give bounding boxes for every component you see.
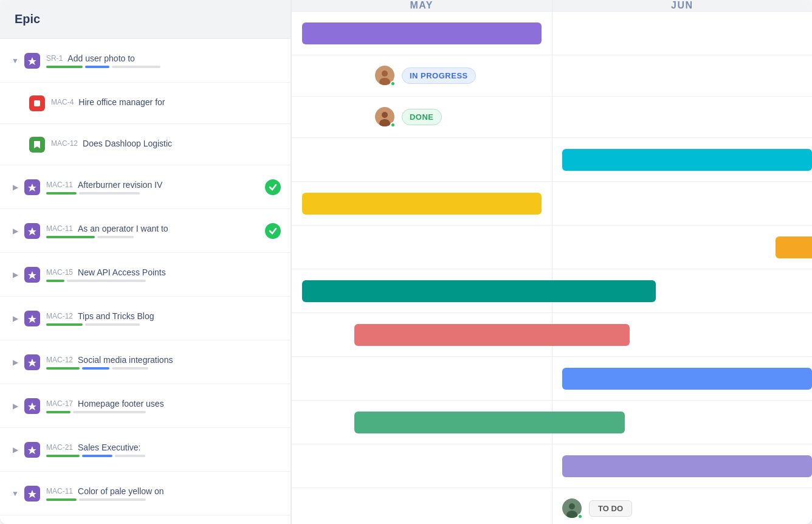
icon-mac17 [24,398,40,414]
epic-row-mac15: ▶ MAC-15 New API Access Points [0,253,291,297]
row-info-mac12a: MAC-12 Does Dashloop Logistic [51,139,281,151]
svg-marker-5 [28,315,36,323]
toggle-mac12c[interactable]: ▶ [10,357,21,368]
progress-blue-sr1 [85,66,109,68]
status-mac12a: DONE [375,107,442,128]
svg-marker-2 [28,184,36,191]
gantt-row-mac11c [292,444,812,488]
bar-mac12b [302,280,656,302]
row-info-mac21: MAC-21 Sales Executive: [46,443,281,457]
row-info-mac11c: MAC-11 Color of pale yellow on [46,486,281,501]
row-meta-mac11b: MAC-11 As an operator I want to [46,224,260,233]
progress-green-mac11a [46,192,77,195]
epic-row-mac12a: MAC-12 Does Dashloop Logistic [0,124,291,165]
online-dot-mac8 [577,514,583,519]
toggle-sr1[interactable]: ▼ [10,55,21,66]
toggle-mac12b[interactable]: ▶ [10,313,21,324]
ticket-id-mac21: MAC-21 [46,443,73,452]
avatar-mac4 [375,66,396,86]
bar-mac11a [562,149,812,171]
progress-green-mac15 [46,280,64,282]
icon-mac11a [24,179,40,195]
ticket-id-mac11b: MAC-11 [46,224,73,233]
row-progress-mac17 [46,411,281,413]
icon-mac11b [24,223,40,239]
gantt-panel: MAY JUN [292,0,812,524]
svg-marker-7 [28,402,36,410]
gantt-row-mac12c [292,313,812,357]
toggle-mac11a[interactable]: ▶ [10,182,21,193]
gantt-row-mac21 [292,401,812,444]
progress-blue-mac21 [82,455,112,457]
row-progress-mac12b [46,323,281,326]
gantt-row-mac17 [292,357,812,401]
svg-rect-1 [34,100,40,106]
toggle-mac17[interactable]: ▶ [10,401,21,412]
epic-rows: ▼ SR-1 Add user photo to [0,39,291,524]
progress-gray-mac11c [79,498,146,501]
epic-row-mac11a: ▶ MAC-11 Afterburner revision IV [0,165,291,209]
ticket-id-mac11a: MAC-11 [46,181,73,189]
epic-row-mac8: MAC-8 Dashloop Logistic [0,515,291,524]
progress-green-mac11c [46,498,77,501]
bar-mac21 [354,412,625,433]
gantt-row-mac11b [292,182,812,226]
online-dot-mac4 [390,81,396,86]
svg-point-18 [569,503,575,509]
toggle-mac15[interactable]: ▶ [10,269,21,280]
gantt-row-mac11a [292,138,812,182]
gantt-row-mac15 [292,226,812,269]
bar-sr1 [302,22,542,44]
progress-green-mac17 [46,411,71,413]
row-progress-mac12c [46,367,281,370]
progress-gray-mac12c [112,367,148,370]
ticket-id-mac11c: MAC-11 [46,487,73,495]
bar-mac11c [562,455,812,477]
epic-row-mac4: MAC-4 Hire office manager for [0,83,291,124]
row-progress-mac11b [46,236,260,238]
left-panel: Epic ▼ SR-1 Add user photo to [0,0,292,524]
icon-mac12a [29,137,45,153]
row-meta-mac12c: MAC-12 Social media integrations [46,355,281,365]
epic-row-mac21: ▶ MAC-21 Sales Executive: [0,428,291,472]
svg-marker-3 [28,227,36,235]
row-title-mac11b: As an operator I want to [78,224,168,233]
row-meta-mac12b: MAC-12 Tips and Tricks Blog [46,311,281,321]
toggle-mac21[interactable]: ▶ [10,444,21,455]
month-may: MAY [292,0,552,11]
row-meta-sr1: SR-1 Add user photo to [46,53,281,63]
progress-green-mac12c [46,367,80,370]
progress-green-sr1 [46,66,83,68]
toggle-mac11c[interactable]: ▼ [10,488,21,499]
icon-mac11c [24,486,40,502]
gantt-row-mac8: TO DO [292,488,812,524]
row-progress-mac21 [46,455,281,457]
row-title-mac17: Homepage footer uses [78,399,164,409]
progress-gray-mac15 [67,280,146,282]
svg-marker-9 [28,490,36,498]
gantt-row-sr1 [292,12,812,55]
progress-green-mac21 [46,455,80,457]
row-title-mac15: New API Access Points [78,267,166,277]
ticket-id-mac15: MAC-15 [46,268,73,277]
toggle-mac11b[interactable]: ▶ [10,226,21,236]
ticket-id-mac4: MAC-4 [51,98,74,106]
row-progress-mac15 [46,280,281,282]
epic-row-mac11b: ▶ MAC-11 As an operator I want to [0,209,291,253]
in-progress-badge: IN PROGRESS [402,67,476,84]
svg-point-12 [382,71,388,77]
row-meta-mac11c: MAC-11 Color of pale yellow on [46,486,281,496]
row-progress-mac11c [46,498,281,501]
epic-row-sr1: ▼ SR-1 Add user photo to [0,39,291,83]
row-title-mac11a: Afterburner revision IV [78,180,162,190]
bar-mac17 [562,368,812,390]
row-info-mac11b: MAC-11 As an operator I want to [46,224,260,238]
avatar-mac8 [562,498,583,519]
epic-column-title: Epic [15,12,40,26]
epic-row-mac12c: ▶ MAC-12 Social media integrations [0,340,291,384]
progress-gray-mac11b [97,236,134,238]
gantt-row-mac12a: DONE [292,97,812,138]
bar-mac11b [302,193,542,215]
progress-gray-mac12b [85,323,140,326]
ticket-id-mac12c: MAC-12 [46,356,73,364]
